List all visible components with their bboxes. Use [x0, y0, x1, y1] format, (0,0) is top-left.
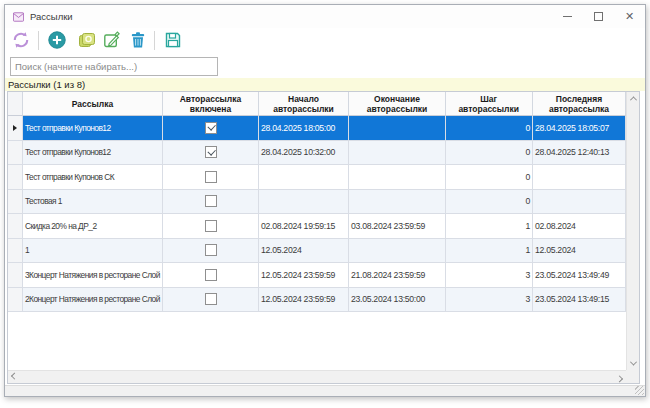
- cell-step: 0: [446, 116, 533, 141]
- maximize-icon: [594, 12, 603, 21]
- row-indicator: [8, 239, 23, 264]
- table-row[interactable]: Скидка 20% на ДР_2 02.08.2024 19:59:15 0…: [8, 214, 626, 239]
- cell-end: [349, 190, 446, 215]
- minimize-icon: [563, 16, 572, 17]
- enabled-checkbox[interactable]: [205, 122, 217, 134]
- cell-mailing-name: 2Концерт Натяжения в ресторане Слой: [23, 288, 163, 313]
- enabled-checkbox[interactable]: [205, 195, 217, 207]
- toolbar-separator: [38, 31, 39, 50]
- cell-last: [533, 190, 626, 215]
- scroll-up-icon[interactable]: [627, 92, 640, 105]
- row-indicator: [8, 116, 23, 141]
- status-strip: [5, 385, 645, 396]
- minimize-button[interactable]: [552, 6, 583, 27]
- cell-mailing-name: Тест отправки Купонов12: [23, 116, 163, 141]
- current-row-arrow-icon: [13, 125, 17, 131]
- cell-start: 02.08.2024 19:59:15: [259, 214, 349, 239]
- cell-enabled: [163, 116, 259, 141]
- cell-last: 28.04.2025 18:05:07: [533, 116, 626, 141]
- table-row[interactable]: Тестовая 1 0: [8, 190, 626, 215]
- row-indicator: [8, 190, 23, 215]
- app-window: Рассылки ✕: [4, 4, 646, 397]
- row-indicator: [8, 141, 23, 166]
- table-row[interactable]: Тест отправки Купонов12 28.04.2025 10:32…: [8, 141, 626, 166]
- enabled-checkbox[interactable]: [205, 269, 217, 281]
- cell-step: 1: [446, 239, 533, 264]
- cell-enabled: [163, 165, 259, 190]
- cell-start: 12.05.2024 23:59:59: [259, 263, 349, 288]
- column-header-enabled[interactable]: Авторассылка включена: [163, 92, 259, 116]
- scroll-down-icon[interactable]: [627, 357, 640, 370]
- column-header-start[interactable]: Начало авторассылки: [259, 92, 349, 116]
- cell-enabled: [163, 141, 259, 166]
- column-header-last[interactable]: Последняя авторассылка: [533, 92, 626, 116]
- close-button[interactable]: ✕: [614, 6, 645, 27]
- table-row[interactable]: 3Концерт Натяжения в ресторане Слой 12.0…: [8, 263, 626, 288]
- panel-caption-band: Рассылки (1 из 8): [5, 78, 645, 91]
- edit-button[interactable]: [102, 30, 122, 50]
- cell-end: [349, 239, 446, 264]
- maximize-button[interactable]: [583, 6, 614, 27]
- cell-end: [349, 165, 446, 190]
- cell-last: 02.08.2024: [533, 214, 626, 239]
- column-header-step[interactable]: Шаг авторассылки: [446, 92, 533, 116]
- cell-step: 1: [446, 214, 533, 239]
- cell-end: [349, 116, 446, 141]
- enabled-checkbox[interactable]: [205, 293, 217, 305]
- table-row[interactable]: Тест отправки Купонов12 28.04.2025 18:05…: [8, 116, 626, 141]
- cell-start: 12.05.2024: [259, 239, 349, 264]
- cell-step: 0: [446, 190, 533, 215]
- delete-button[interactable]: [128, 30, 148, 50]
- column-header-end[interactable]: Окончание авторассылки: [349, 92, 446, 116]
- cell-last: 12.05.2024: [533, 239, 626, 264]
- cell-start: 28.04.2025 10:32:00: [259, 141, 349, 166]
- cell-end: [349, 141, 446, 166]
- table-row[interactable]: 2Концерт Натяжения в ресторане Слой 12.0…: [8, 288, 626, 313]
- copy-button[interactable]: [77, 30, 97, 50]
- table-row[interactable]: Тест отправки Купонов СК 0: [8, 165, 626, 190]
- cell-mailing-name: Тест отправки Купонов СК: [23, 165, 163, 190]
- window-title: Рассылки: [30, 11, 73, 22]
- scroll-right-icon[interactable]: [613, 371, 626, 384]
- cell-end: 03.08.2024 23:59:59: [349, 214, 446, 239]
- add-button[interactable]: [47, 30, 67, 50]
- resize-grip-icon[interactable]: [635, 386, 644, 395]
- grid-header-row: Рассылка Авторассылка включена Начало ав…: [8, 92, 626, 116]
- row-indicator: [8, 288, 23, 313]
- refresh-button[interactable]: [11, 30, 31, 50]
- mail-icon: [13, 12, 24, 22]
- enabled-checkbox[interactable]: [205, 220, 217, 232]
- enabled-checkbox[interactable]: [205, 171, 217, 183]
- cell-start: [259, 165, 349, 190]
- cell-mailing-name: Тестовая 1: [23, 190, 163, 215]
- cell-start: 28.04.2025 18:05:00: [259, 116, 349, 141]
- row-indicator: [8, 214, 23, 239]
- row-indicator: [8, 165, 23, 190]
- cell-enabled: [163, 239, 259, 264]
- cell-step: 0: [446, 141, 533, 166]
- cell-step: 3: [446, 288, 533, 313]
- toolbar: [5, 28, 645, 55]
- cell-last: 23.05.2024 13:49:15: [533, 288, 626, 313]
- cell-enabled: [163, 214, 259, 239]
- enabled-checkbox[interactable]: [205, 146, 217, 158]
- cell-start: [259, 190, 349, 215]
- cell-mailing-name: 3Концерт Натяжения в ресторане Слой: [23, 263, 163, 288]
- cell-mailing-name: Тест отправки Купонов12: [23, 141, 163, 166]
- header-indicator: [8, 92, 23, 116]
- vertical-scrollbar[interactable]: [626, 92, 639, 370]
- enabled-checkbox[interactable]: [205, 244, 217, 256]
- scroll-left-icon[interactable]: [8, 371, 21, 384]
- cell-enabled: [163, 190, 259, 215]
- title-bar[interactable]: Рассылки ✕: [5, 5, 645, 28]
- table-row[interactable]: 1 12.05.2024 1 12.05.2024: [8, 239, 626, 264]
- search-input[interactable]: [10, 57, 218, 76]
- cell-last: [533, 165, 626, 190]
- cell-start: 12.05.2024 23:59:59: [259, 288, 349, 313]
- toolbar-separator: [154, 31, 155, 50]
- save-button[interactable]: [163, 30, 183, 50]
- cell-last: 23.05.2024 13:49:49: [533, 263, 626, 288]
- column-header-mailing[interactable]: Рассылка: [23, 92, 163, 116]
- horizontal-scrollbar[interactable]: [8, 370, 626, 383]
- close-icon: ✕: [625, 11, 634, 22]
